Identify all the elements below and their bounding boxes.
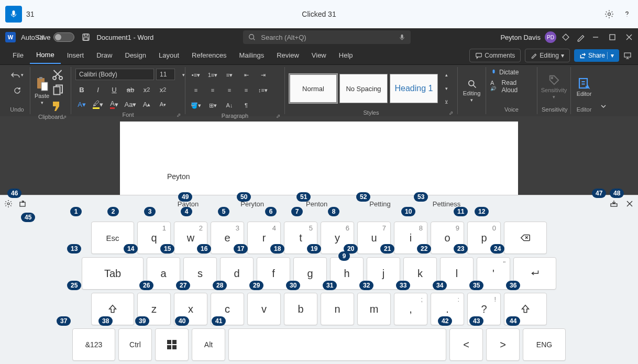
key-p[interactable]: p0	[467, 222, 501, 254]
dictate-button[interactable]: Dictate	[490, 69, 519, 76]
styles-more-button[interactable]: ⊻	[440, 96, 453, 108]
style-no-spacing[interactable]: No Spacing	[339, 74, 388, 103]
key-v[interactable]: v	[247, 293, 281, 325]
strikethrough-button[interactable]: ab	[124, 83, 137, 96]
microphone-button[interactable]	[5, 6, 22, 23]
key-e[interactable]: e3	[211, 222, 244, 254]
copy-icon[interactable]	[51, 84, 64, 97]
key-f[interactable]: f	[257, 257, 290, 290]
underline-button[interactable]: U	[108, 83, 120, 96]
key-comma[interactable]: ,;	[394, 293, 427, 325]
sort-button[interactable]: A↓	[223, 99, 236, 112]
close-icon[interactable]	[625, 34, 633, 41]
key-n[interactable]: n	[321, 293, 354, 325]
repeat-button[interactable]	[11, 84, 24, 97]
key-r[interactable]: r4	[247, 222, 281, 254]
align-center-button[interactable]: ≡	[206, 84, 219, 96]
minimize-icon[interactable]	[592, 34, 599, 41]
key-alt[interactable]: Alt	[192, 328, 225, 361]
tab-home[interactable]: Home	[30, 47, 61, 64]
key-apostrophe[interactable]: '"	[477, 257, 510, 290]
suggestion-3[interactable]: Penton	[306, 200, 327, 208]
format-painter-icon[interactable]	[51, 100, 64, 113]
key-x[interactable]: x	[174, 293, 207, 325]
style-normal[interactable]: Normal	[289, 74, 337, 103]
line-spacing-button[interactable]: ↕≡▾	[257, 84, 269, 96]
key-enter[interactable]	[513, 257, 556, 290]
show-marks-button[interactable]: ¶	[240, 99, 252, 112]
key-h[interactable]: h	[330, 257, 364, 290]
highlight-button[interactable]: 🖊▾	[92, 98, 104, 111]
key-u[interactable]: u7	[357, 222, 391, 254]
decrease-indent-button[interactable]: ⇤	[240, 69, 252, 81]
justify-button[interactable]: ≡	[240, 84, 252, 96]
ribbon-collapse-button[interactable]	[597, 67, 610, 114]
editor-button[interactable]: Editor	[575, 69, 593, 105]
key-shift-left[interactable]	[91, 293, 134, 325]
save-icon[interactable]	[82, 33, 90, 41]
key-symbols[interactable]: &123	[72, 328, 115, 361]
styles-up-button[interactable]: ▴	[440, 69, 453, 81]
osk-close-icon[interactable]	[625, 200, 634, 208]
key-g[interactable]: g	[293, 257, 327, 290]
font-size-select[interactable]	[156, 69, 175, 80]
document-page[interactable]: Peyton	[120, 122, 518, 195]
diamond-icon[interactable]	[562, 33, 570, 41]
tab-design[interactable]: Design	[119, 47, 152, 63]
tab-view[interactable]: View	[305, 47, 333, 63]
editing-mode-button[interactable]: Editing ▾	[525, 49, 570, 62]
key-ctrl[interactable]: Ctrl	[118, 328, 152, 361]
document-area[interactable]: Peyton	[0, 116, 638, 195]
undo-button[interactable]: ▾	[10, 69, 24, 81]
search-box[interactable]: Search (Alt+Q)	[243, 30, 411, 44]
comments-button[interactable]: Comments	[469, 49, 521, 62]
key-esc[interactable]: Esc	[91, 222, 134, 254]
launcher-icon[interactable]: ⬀	[62, 114, 67, 120]
italic-button[interactable]: I	[92, 83, 104, 96]
sensitivity-button[interactable]: Sensitivity ▾	[542, 69, 566, 105]
key-t[interactable]: t5	[284, 222, 317, 254]
key-m[interactable]: m	[357, 293, 391, 325]
superscript-button[interactable]: x2	[157, 83, 169, 96]
borders-button[interactable]: ⊞▾	[206, 99, 219, 112]
tab-mailings[interactable]: Mailings	[233, 47, 271, 63]
suggestion-2[interactable]: Peryton	[240, 200, 264, 208]
key-question[interactable]: ?!	[467, 293, 501, 325]
key-i[interactable]: i8	[394, 222, 427, 254]
editing-button[interactable]: Editing ▾	[462, 69, 481, 113]
tab-review[interactable]: Review	[270, 47, 305, 63]
tab-insert[interactable]: Insert	[61, 47, 91, 63]
key-backspace[interactable]	[504, 222, 547, 254]
read-aloud-button[interactable]: A🔊 Read Aloud	[490, 79, 533, 94]
bullets-button[interactable]: •≡▾	[190, 69, 202, 81]
launcher-icon[interactable]: ⬀	[449, 110, 453, 116]
key-w[interactable]: w2	[174, 222, 207, 254]
font-name-select[interactable]	[75, 69, 154, 80]
launcher-icon[interactable]: ⬀	[177, 112, 181, 118]
cut-icon[interactable]	[51, 69, 64, 81]
shading-button[interactable]: 🪣▾	[190, 99, 202, 112]
key-a[interactable]: a	[147, 257, 180, 290]
key-o[interactable]: o9	[431, 222, 464, 254]
style-heading-1[interactable]: Heading 1	[390, 74, 438, 103]
key-period[interactable]: .:	[431, 293, 464, 325]
key-k[interactable]: k	[403, 257, 437, 290]
launcher-icon[interactable]: ⬀	[276, 113, 280, 119]
key-left[interactable]: <	[449, 328, 483, 361]
key-space[interactable]	[228, 328, 446, 361]
align-right-button[interactable]: ≡	[223, 84, 236, 96]
key-right[interactable]: >	[486, 328, 520, 361]
shrink-font-button[interactable]: A▾	[157, 98, 169, 111]
key-l[interactable]: l	[440, 257, 474, 290]
suggestion-1[interactable]: Payton	[178, 200, 199, 208]
tab-help[interactable]: Help	[333, 47, 359, 63]
share-button[interactable]: Share ▾	[574, 49, 619, 62]
tab-file[interactable]: File	[6, 47, 30, 63]
key-y[interactable]: y6	[321, 222, 354, 254]
suggestion-5[interactable]: Pettiness	[433, 200, 460, 208]
key-d[interactable]: d	[220, 257, 254, 290]
styles-down-button[interactable]: ▾	[440, 82, 453, 95]
bold-button[interactable]: B	[75, 83, 88, 96]
key-lang[interactable]: ENG	[523, 328, 566, 361]
key-q[interactable]: q1	[137, 222, 171, 254]
